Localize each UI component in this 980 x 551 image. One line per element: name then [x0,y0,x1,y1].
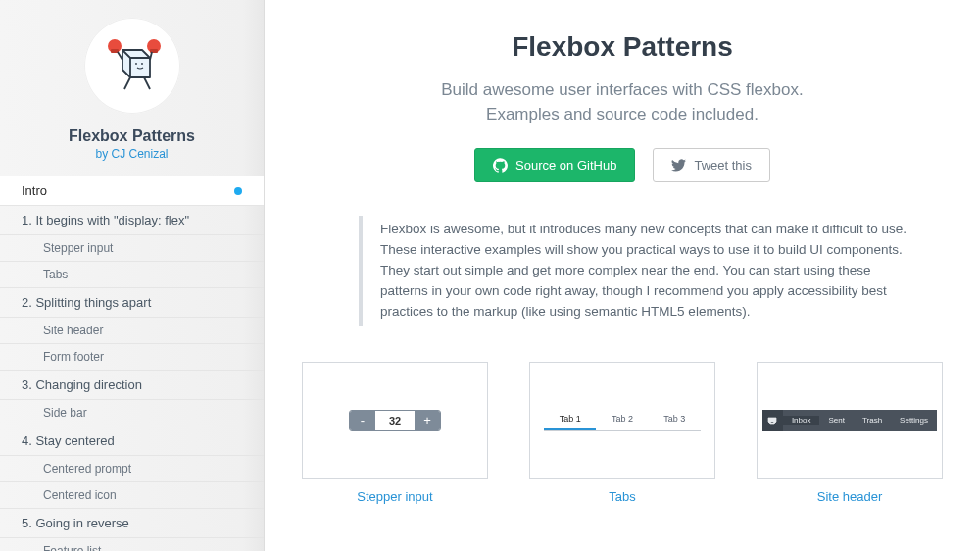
button-label: Source on GitHub [515,158,616,173]
nav-label: 3. Changing direction [22,377,142,392]
svg-line-8 [150,52,152,60]
nav-label: 1. It begins with "display: flex" [22,213,189,227]
nav-label: 5. Going in reverse [22,516,129,530]
sh-item-sent[interactable]: Sent [819,416,853,425]
stepper-plus-button[interactable]: + [415,411,440,430]
nav-sub-tabs[interactable]: Tabs [0,262,264,288]
button-label: Tweet this [694,158,752,173]
active-dot-icon [234,187,242,195]
nav-label: 4. Stay centered [22,433,115,448]
inbox-icon [762,410,783,431]
nav-item-section-3[interactable]: 3. Changing direction [0,371,264,400]
nav-label: Intro [22,183,47,198]
twitter-icon [671,158,686,173]
card-label[interactable]: Tabs [609,489,635,504]
nav-sub-side-bar[interactable]: Side bar [0,400,264,426]
sidebar-nav: Intro 1. It begins with "display: flex" … [0,176,264,551]
stepper-value: 32 [375,411,415,430]
page-title: Flexbox Patterns [294,31,951,63]
sh-item-inbox[interactable]: Inbox [783,416,820,425]
sh-item-settings[interactable]: Settings [891,416,937,425]
nav-sub-centered-prompt[interactable]: Centered prompt [0,456,264,482]
nav-sub-site-header[interactable]: Site header [0,318,264,344]
github-icon [493,158,508,173]
nav-item-section-4[interactable]: 4. Stay centered [0,426,264,456]
tab-2[interactable]: Tab 2 [596,409,648,430]
tabs-widget: Tab 1 Tab 2 Tab 3 [544,409,701,431]
nav-sub-stepper-input[interactable]: Stepper input [0,235,264,262]
page-subtitle: Build awesome user interfaces with CSS f… [294,78,951,126]
intro-blockquote: Flexbox is awesome, but it introduces ma… [359,216,911,326]
example-cards: - 32 + Stepper input Tab 1 Tab 2 Tab 3 T… [294,362,951,524]
card-tabs[interactable]: Tab 1 Tab 2 Tab 3 Tabs [521,362,723,504]
svg-point-1 [135,63,137,65]
nav-sub-form-footer[interactable]: Form footer [0,344,264,371]
nav-label: 2. Splitting things apart [22,295,151,310]
github-button[interactable]: Source on GitHub [474,148,635,182]
nav-sub-feature-list[interactable]: Feature list [0,538,264,551]
subtitle-line: Build awesome user interfaces with CSS f… [294,78,951,103]
svg-line-9 [124,77,130,89]
tab-3[interactable]: Tab 3 [649,409,701,430]
tweet-button[interactable]: Tweet this [653,148,770,182]
nav-sub-centered-icon[interactable]: Centered icon [0,482,264,509]
card-preview: Tab 1 Tab 2 Tab 3 [529,362,715,479]
card-preview: Inbox Sent Trash Settings [757,362,943,479]
nav-item-section-2[interactable]: 2. Splitting things apart [0,288,264,318]
action-buttons: Source on GitHub Tweet this [294,148,951,182]
subtitle-line: Examples and source code included. [294,103,951,127]
card-label[interactable]: Site header [817,489,883,504]
logo-wrap [0,0,264,122]
card-preview: - 32 + [302,362,488,479]
tab-1[interactable]: Tab 1 [544,409,596,430]
svg-point-2 [141,63,143,65]
svg-line-10 [144,77,150,89]
sidebar: Flexbox Patterns by CJ Cenizal Intro 1. … [0,0,265,551]
site-header-widget: Inbox Sent Trash Settings [762,410,937,431]
stepper-minus-button[interactable]: - [350,411,375,430]
card-site-header[interactable]: Inbox Sent Trash Settings Site header [749,362,951,504]
main-content: Flexbox Patterns Build awesome user inte… [265,0,980,551]
nav-item-section-5[interactable]: 5. Going in reverse [0,509,264,538]
sh-item-trash[interactable]: Trash [854,416,891,425]
nav-item-section-1[interactable]: 1. It begins with "display: flex" [0,206,264,235]
sidebar-title: Flexbox Patterns [0,127,264,145]
nav-item-intro[interactable]: Intro [0,176,264,206]
stepper-widget: - 32 + [349,410,441,431]
card-stepper-input[interactable]: - 32 + Stepper input [294,362,496,504]
boxing-cube-logo [84,18,180,114]
card-label[interactable]: Stepper input [357,489,432,504]
sidebar-byline[interactable]: by CJ Cenizal [0,147,264,161]
